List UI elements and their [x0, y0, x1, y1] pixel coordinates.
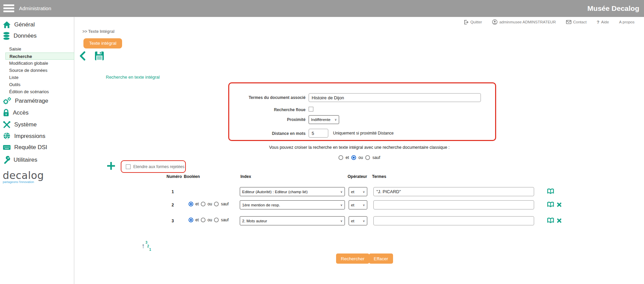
row3-radio-et-label: et: [195, 218, 199, 222]
row2-index-select[interactable]: 1ère mention de resp.: [240, 200, 345, 209]
row3-radio-sauf[interactable]: [214, 218, 219, 222]
cross-radio-et[interactable]: [338, 155, 343, 160]
sidebar-item-label: Requête DSI: [14, 144, 47, 151]
row3-operator-value: et: [351, 219, 354, 223]
submenu-item-recherche-active[interactable]: Recherche: [5, 53, 74, 60]
home-icon: [3, 21, 11, 28]
row2-radio-ou[interactable]: [201, 202, 206, 206]
breadcrumb: >> Texte Intégral: [82, 29, 114, 34]
row3-radio-ou-label: ou: [208, 218, 212, 222]
sort-arrow-up-icon: ↑: [141, 242, 145, 250]
row2-radio-et-label: et: [195, 202, 199, 206]
submenu-item-modification-globale[interactable]: Modification globale: [0, 60, 74, 67]
row2-operator-select[interactable]: et: [349, 200, 367, 209]
proximite-select[interactable]: Indifférente: [309, 115, 339, 124]
rechercher-button[interactable]: Rechercher: [336, 253, 369, 264]
row1-number: 1: [172, 189, 174, 194]
row2-radio-sauf-label: sauf: [221, 202, 229, 206]
cross-operator-radio-group: et ou sauf: [75, 155, 644, 160]
sidebar-item-general[interactable]: Général: [3, 21, 35, 28]
sidebar-item-label: Utilitaires: [14, 157, 37, 163]
fulltext-form-annotation-box: Termes du document associé Recherche flo…: [228, 82, 496, 141]
sidebar-item-parametrage[interactable]: Paramétrage: [3, 97, 48, 105]
sort-digit: 1: [149, 248, 151, 251]
termes-document-input[interactable]: [309, 93, 481, 102]
row3-boolean-radio-group: et ou sauf: [189, 218, 229, 222]
row3-radio-et-selected[interactable]: [189, 218, 193, 222]
effacer-button[interactable]: Effacer: [369, 253, 393, 264]
etendre-annotation-box: Etendre aux formes rejetées: [121, 160, 186, 173]
row1-termes-input[interactable]: [373, 187, 534, 196]
submenu-item-liste[interactable]: Liste: [0, 74, 74, 81]
sidebar-item-impressions[interactable]: Impressions: [3, 132, 45, 140]
row3-radio-ou[interactable]: [201, 218, 206, 222]
sidebar: Général Données Saisie Recherche Modific…: [0, 17, 74, 284]
row2-index-browse-book-icon[interactable]: [547, 202, 554, 207]
distance-mots-input[interactable]: [309, 129, 328, 138]
sidebar-item-donnees[interactable]: Données: [3, 32, 37, 40]
distance-hint: Uniquement si proximité Distance: [333, 131, 394, 136]
distance-mots-label: Distance en mots: [229, 131, 306, 136]
cross-radio-ou-selected[interactable]: [351, 155, 356, 160]
cross-radio-et-label: et: [346, 155, 349, 160]
save-icon[interactable]: [95, 51, 104, 61]
main-content: >> Texte Intégral Texte intégral Recherc…: [75, 17, 644, 284]
row3-operator-select[interactable]: et: [349, 216, 367, 225]
brand-title: Musée Decalog: [587, 0, 639, 17]
recherche-floue-checkbox[interactable]: [309, 107, 313, 111]
database-icon: [3, 32, 10, 40]
sidebar-item-label: Système: [14, 121, 37, 128]
row2-radio-ou-label: ou: [208, 202, 212, 206]
add-row-icon[interactable]: [106, 161, 116, 170]
sidebar-item-systeme[interactable]: Système: [3, 121, 37, 129]
row1-index-value: Editeur (Autorité) : Editeur (champ lié): [242, 190, 308, 194]
globe-icon: [3, 132, 11, 140]
app-title: Administration: [19, 0, 51, 17]
sort-numeric-icon[interactable]: ↑ 3 2 1: [141, 241, 154, 255]
row3-radio-sauf-label: sauf: [221, 218, 229, 222]
submenu-item-edition-de-scenarios[interactable]: Édition de scénarios: [0, 88, 74, 95]
row3-termes-input[interactable]: [373, 216, 534, 225]
decalog-logo-text: decalog: [3, 169, 44, 181]
row2-radio-et-selected[interactable]: [189, 202, 193, 206]
cross-radio-sauf[interactable]: [365, 155, 370, 160]
back-icon[interactable]: [79, 51, 85, 61]
sidebar-item-label: Paramétrage: [15, 98, 48, 104]
row1-index-select[interactable]: Editeur (Autorité) : Editeur (champ lié): [240, 187, 345, 196]
sidebar-item-acces[interactable]: Accès: [3, 109, 28, 117]
lock-icon: [3, 109, 9, 117]
top-header: Administration Musée Decalog: [0, 0, 644, 17]
row1-operator-value: et: [351, 190, 354, 194]
tab-texte-integral[interactable]: Texte intégral: [83, 38, 122, 48]
row3-index-browse-book-icon[interactable]: [547, 218, 554, 223]
submenu-item-saisie[interactable]: Saisie: [0, 45, 74, 53]
termes-document-label: Termes du document associé: [229, 95, 306, 100]
submenu-item-source-de-donnees[interactable]: Source de données: [0, 67, 74, 74]
header-index: Index: [240, 174, 251, 179]
sidebar-item-utilitaires[interactable]: Utilitaires: [3, 156, 37, 164]
wrench-icon: [3, 156, 10, 164]
sort-digit: 2: [147, 244, 149, 248]
administration-page: Administration Musée Decalog Quitter adm…: [0, 0, 644, 284]
row2-termes-input[interactable]: [373, 200, 534, 209]
cross-radio-sauf-label: sauf: [372, 155, 380, 160]
row1-operator-select[interactable]: et: [349, 187, 367, 196]
row2-delete-icon[interactable]: [557, 202, 562, 207]
etendre-formes-checkbox[interactable]: [126, 164, 131, 169]
row3-index-value: 2. Mots auteur: [242, 219, 267, 223]
row1-index-browse-book-icon[interactable]: [547, 188, 554, 194]
recherche-floue-label: Recherche floue: [229, 107, 306, 112]
decalog-logo: decalog partageons l'innovation: [3, 169, 44, 184]
sidebar-item-requete-dsi[interactable]: Requête DSI: [3, 144, 47, 151]
header-operateur: Opérateur: [348, 174, 367, 179]
sidebar-item-label: Accès: [13, 109, 28, 116]
row2-index-value: 1ère mention de resp.: [242, 203, 280, 207]
row3-index-select[interactable]: 2. Mots auteur: [240, 216, 345, 225]
row3-delete-icon[interactable]: [557, 218, 562, 223]
submenu-item-outils[interactable]: Outils: [0, 81, 74, 88]
header-termes: Termes: [372, 174, 386, 179]
row2-radio-sauf[interactable]: [214, 202, 219, 206]
hamburger-menu-icon[interactable]: [3, 4, 14, 13]
cross-radio-ou-label: ou: [358, 155, 363, 160]
keyboard-icon: [3, 144, 11, 150]
